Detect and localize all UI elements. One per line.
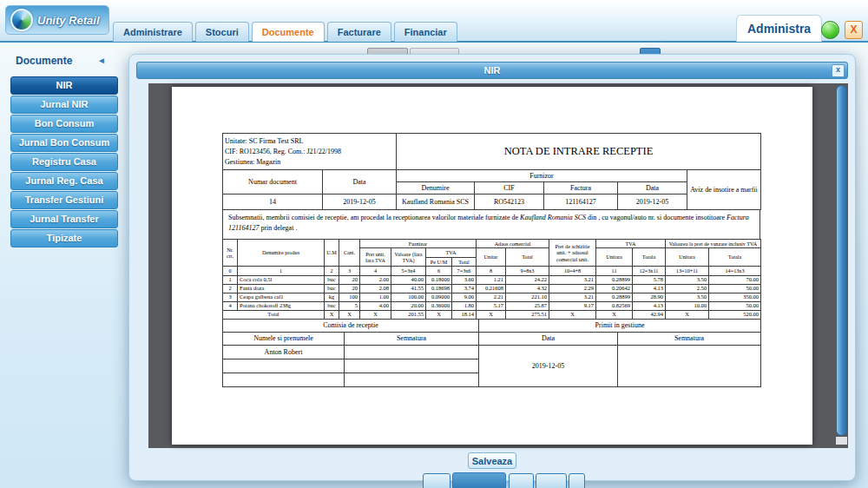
background-pagination-button[interactable] xyxy=(536,473,567,488)
total-value-cell: X xyxy=(596,310,633,319)
col-pret-unit: Pret unit. fara TVA xyxy=(360,248,391,267)
furnizor-factura-value: 121164127 xyxy=(544,195,618,210)
background-pagination-button[interactable] xyxy=(569,473,585,488)
total-value-cell: X xyxy=(360,310,391,319)
col-valoare: Valoare (fara TVA) xyxy=(391,248,426,267)
column-number-cell: 13=10+11 xyxy=(666,267,709,275)
semnatura-label: Semnatura xyxy=(345,332,479,345)
column-number-cell: 14=13x3 xyxy=(709,267,761,275)
product-cell: kg xyxy=(325,293,339,301)
background-pagination-button[interactable] xyxy=(452,472,506,488)
product-cell: 50.00 xyxy=(709,284,761,293)
product-row: 1Coca cola 0.5lbuc202.0040.000.180003.60… xyxy=(223,275,761,284)
product-cell: 0.36000 xyxy=(426,301,452,310)
online-status-icon[interactable] xyxy=(821,21,839,39)
group-tva-furnizor: TVA xyxy=(426,248,477,257)
product-cell: 0.28899 xyxy=(596,275,633,284)
product-cell: 20 xyxy=(339,284,360,293)
column-number-cell: 7=3x6 xyxy=(452,267,477,275)
tab-facturare[interactable]: Facturare xyxy=(327,22,391,42)
statement-supplier: Kaufland Romania SCS xyxy=(520,214,586,221)
furnizor-data-value: 2019-12-05 xyxy=(618,195,687,210)
sidebar-item-tipizate[interactable]: Tipizate xyxy=(10,229,118,247)
background-pagination-button[interactable] xyxy=(423,473,450,488)
signatures-block: Comisia de receptie Primit in gestiune N… xyxy=(222,319,761,387)
total-value-cell: X xyxy=(549,310,596,319)
furnizor-cif-value: RO542123 xyxy=(475,195,544,210)
product-cell: 2 xyxy=(223,284,238,293)
data-primire-value: 2019-12-05 xyxy=(479,345,618,386)
sidebar-item-nir[interactable]: NIR xyxy=(10,76,118,95)
column-number-cell: 6 xyxy=(426,267,452,275)
total-value-cell: 520.00 xyxy=(709,310,761,319)
col-vanzare-totala: Totala xyxy=(709,248,761,267)
column-number-cell: 1 xyxy=(238,267,325,275)
sidebar-collapse-icon[interactable]: ◄ xyxy=(97,56,106,65)
group-adaos: Adaos comercial xyxy=(477,239,549,247)
total-value-cell: 275.51 xyxy=(506,310,549,319)
column-number-cell: 11 xyxy=(596,267,633,275)
sidebar-item-jurnal-reg-casa[interactable]: Jurnal Reg. Casa xyxy=(10,172,118,190)
total-value-cell: 42.94 xyxy=(633,310,666,319)
doc-company-block: Unitate: SC Firma Test SRL CIF: RO123456… xyxy=(222,133,761,170)
sidebar-item-registru-casa[interactable]: Registru Casa xyxy=(10,153,118,171)
app-close-button[interactable]: X xyxy=(845,21,863,39)
product-cell: 5.17 xyxy=(477,301,506,310)
semnatura-primire-label: Semnatura xyxy=(618,332,761,345)
furnizor-denumire-label: Denumire xyxy=(397,182,475,195)
save-button[interactable]: Salveaza xyxy=(468,452,516,469)
column-number-cell: 2 xyxy=(325,267,339,275)
product-cell: buc xyxy=(325,275,339,284)
product-cell: Coca cola 0.5l xyxy=(238,275,325,284)
sidebar-item-jurnal-nir[interactable]: Jurnal NIR xyxy=(10,96,118,114)
product-cell: 0.18000 xyxy=(426,275,452,284)
group-tva: TVA xyxy=(596,239,666,247)
product-cell: 1.00 xyxy=(360,293,391,301)
product-cell: 41.55 xyxy=(391,284,426,293)
col-tva-totala: Totala xyxy=(633,248,666,267)
product-cell: Poiana chokotoff 238g xyxy=(238,301,325,310)
sidebar-item-jurnal-bon-consum[interactable]: Jurnal Bon Consum xyxy=(10,134,118,152)
comisia-label: Comisia de receptie xyxy=(223,319,479,332)
product-cell: 2.50 xyxy=(666,284,709,293)
product-cell: 20 xyxy=(339,275,360,284)
nume-label: Numele si prenumele xyxy=(223,332,345,345)
product-cell: 50.00 xyxy=(709,301,761,310)
column-number-row: 012345=3x467=3x689=8x310=4+81112=3x1113=… xyxy=(223,267,761,275)
col-adaos-unitar: Unitar xyxy=(477,248,506,267)
scrollbar-thumb[interactable] xyxy=(836,85,847,436)
product-cell: 40.00 xyxy=(391,275,426,284)
topbar: Unity Retail AdministrareStocuriDocument… xyxy=(0,0,868,43)
modal-titlebar: NIR x xyxy=(136,62,848,79)
product-cell: 3 xyxy=(223,293,238,301)
product-row: 4Poiana chokotoff 238gbuc54.0020.000.360… xyxy=(223,301,761,310)
viewer-scrollbar[interactable] xyxy=(836,85,847,446)
column-number-cell: 9=8x3 xyxy=(506,267,549,275)
modal-close-button[interactable]: x xyxy=(832,64,845,77)
furnizor-label: Furnizor xyxy=(397,170,687,182)
total-value-cell: 201.55 xyxy=(391,310,426,319)
product-cell: 0.21608 xyxy=(477,284,506,293)
numar-document-value: 14 xyxy=(223,195,323,210)
product-cell: 2.00 xyxy=(360,275,391,284)
product-cell: 20.00 xyxy=(391,301,426,310)
product-cell: 3.50 xyxy=(666,293,709,301)
statement-text: prin delegat . xyxy=(260,224,297,232)
col-denumire: Denumire produs xyxy=(238,239,325,266)
tab-documente[interactable]: Documente xyxy=(252,22,325,42)
sidebar-item-bon-consum[interactable]: Bon Consum xyxy=(10,115,118,133)
company-gestiune: Gestiunea: Magazin xyxy=(225,158,394,166)
user-account-tab[interactable]: Administra xyxy=(736,15,822,42)
furnizor-data-label: Data xyxy=(618,182,687,195)
tab-administrare[interactable]: Administrare xyxy=(113,22,193,42)
column-number-cell: 5=3x4 xyxy=(391,267,426,275)
background-pagination-button[interactable] xyxy=(509,473,534,488)
tab-financiar[interactable]: Financiar xyxy=(394,22,457,42)
tab-stocuri[interactable]: Stocuri xyxy=(195,22,249,42)
col-cant: Cant. xyxy=(339,239,360,266)
product-cell: 0.20642 xyxy=(596,284,633,293)
sidebar-item-transfer-gestiuni[interactable]: Transfer Gestiuni xyxy=(10,191,118,209)
sidebar-item-jurnal-transfer[interactable]: Jurnal Transfer xyxy=(10,210,118,228)
company-unitate: Unitate: SC Firma Test SRL xyxy=(225,137,394,145)
product-cell: 3.60 xyxy=(452,275,477,284)
